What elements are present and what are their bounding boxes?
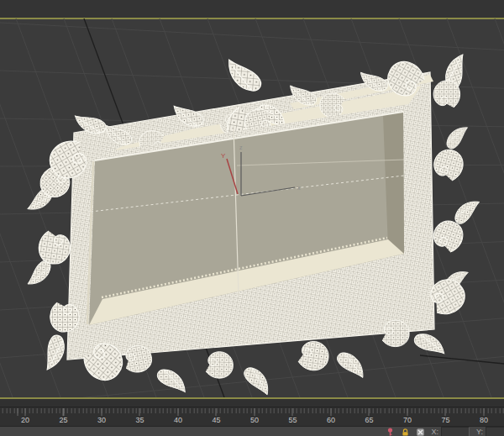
- timeline-ticks: [0, 408, 504, 416]
- timeline-tick-label: 20: [21, 416, 29, 424]
- timeline-tick-label: 55: [288, 416, 297, 424]
- timeline-tick-label: 70: [403, 416, 412, 424]
- y-coordinate-label: Y:: [476, 428, 483, 436]
- viewport-bottom-margin: [0, 399, 504, 407]
- timeline-tick-label: 40: [174, 416, 182, 424]
- timeline-tick-label: 45: [212, 416, 220, 424]
- timeline-tick-label: 30: [97, 416, 106, 424]
- viewport-top-margin: [0, 0, 504, 18]
- viewport-canvas[interactable]: z x Y: [0, 0, 504, 407]
- timeline-tick-label: 60: [327, 416, 335, 424]
- timeline-ruler[interactable]: 20 25 30 35 40 45 50 55 60 65 70 75 80: [0, 407, 504, 427]
- timeline-tick-label: 80: [480, 416, 488, 424]
- z-axis-label: z: [239, 144, 243, 150]
- x-coordinate-input[interactable]: [441, 427, 470, 436]
- y-coordinate-input[interactable]: [486, 427, 504, 436]
- active-viewport-border-bottom: [0, 397, 504, 399]
- y-axis-label: Y: [221, 152, 226, 160]
- active-viewport-border-top: [0, 18, 504, 19]
- timeline-tick-label: 50: [250, 416, 259, 424]
- timeline-tick-label: 35: [135, 416, 144, 424]
- absolute-mode-icon[interactable]: [416, 428, 425, 436]
- timeline-tick-label: 75: [441, 416, 449, 424]
- timeline-tick-label: 25: [59, 416, 67, 424]
- selection-lock-icon[interactable]: [401, 428, 410, 436]
- status-bar: X: Y:: [0, 426, 504, 436]
- x-coordinate-label: X:: [431, 428, 438, 436]
- set-key-icon[interactable]: [386, 428, 395, 436]
- 3d-app-window: { "viewport": { "gizmo": { "x_label": "x…: [0, 0, 504, 436]
- timeline-tick-label: 65: [365, 416, 373, 424]
- x-axis-label: x: [297, 185, 301, 191]
